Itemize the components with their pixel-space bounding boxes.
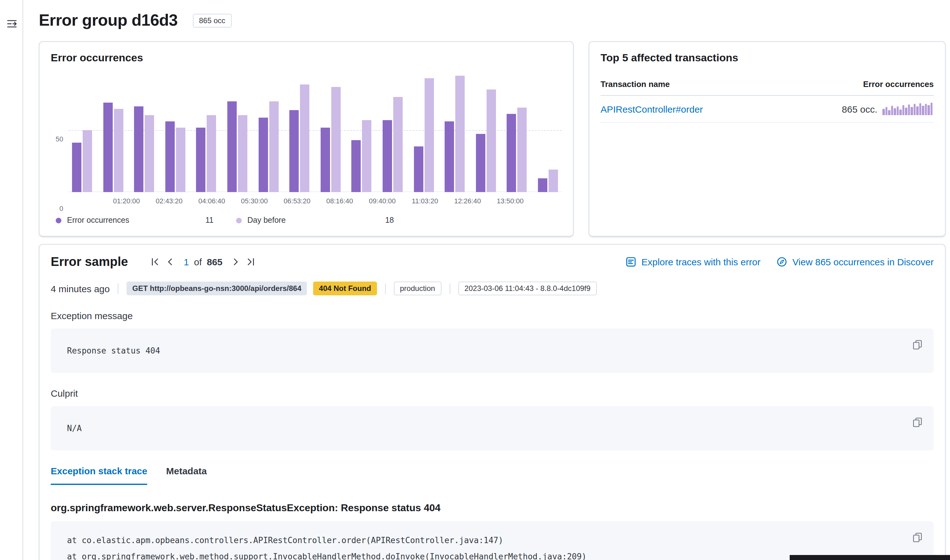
chart-bar [238, 115, 247, 192]
timestamp-relative: 4 minutes ago [51, 283, 109, 294]
x-axis-tick-label: 12:26:40 [454, 197, 481, 205]
chart-bar-pair[interactable] [258, 68, 278, 192]
legend-item[interactable]: Error occurrences11 [56, 216, 214, 225]
chart-bar [72, 143, 82, 192]
chart-bar-pair[interactable] [382, 68, 403, 192]
sparkline-bar [885, 107, 887, 115]
legend-item[interactable]: Day before18 [236, 216, 394, 225]
transactions-table-header: Transaction name Error occurrences [601, 80, 934, 96]
x-axis-tick-label: 09:40:00 [369, 197, 396, 205]
chart-bar [507, 114, 516, 192]
sparkline-bar [888, 110, 890, 115]
nav-expand-icon [6, 18, 17, 29]
chart-bar-pair[interactable] [165, 68, 185, 192]
occurrence-count-badge: 865 occ [193, 14, 231, 28]
first-page-button[interactable] [150, 256, 161, 268]
tab-metadata[interactable]: Metadata [166, 466, 207, 485]
chart-bar [393, 97, 403, 192]
version-badge: 2023-03-06 11:04:43 - 8.8.0-4dc109f9 [458, 282, 597, 295]
next-page-button[interactable] [230, 256, 242, 268]
previous-page-button[interactable] [164, 256, 176, 268]
legend-dot [56, 217, 62, 223]
main-content: Error group d16d3 865 occ Error occurren… [24, 0, 950, 560]
divider [118, 283, 118, 294]
chart-bar [227, 102, 237, 192]
chart-bar [176, 128, 185, 192]
copy-button[interactable] [911, 338, 924, 353]
view-in-discover-label: View 865 occurrences in Discover [793, 257, 934, 267]
chart-bar-pair[interactable] [352, 68, 372, 192]
page-of-label: of [194, 257, 202, 267]
copy-button[interactable] [911, 531, 924, 546]
explore-traces-link[interactable]: Explore traces with this error [626, 257, 760, 267]
culprit-label: Culprit [51, 388, 934, 398]
last-page-button[interactable] [245, 256, 257, 268]
divider [385, 283, 386, 294]
screenshot-bottom-strip [790, 555, 950, 560]
chart-legend: Error occurrences11Day before18 [51, 216, 562, 225]
chart-bar-pair[interactable] [72, 68, 92, 192]
x-axis-tick-label: 06:53:20 [284, 197, 311, 205]
last-page-icon [247, 257, 256, 266]
error-occurrences-panel: Error occurrences 50 0 01:20:0002:43:200… [39, 41, 574, 237]
transactions-title: Top 5 affected transactions [601, 52, 934, 65]
chart-bar [134, 107, 143, 192]
chart-bar [413, 146, 423, 192]
x-axis-tick-label: 04:06:40 [198, 197, 225, 205]
explore-traces-label: Explore traces with this error [642, 257, 760, 267]
copy-icon [912, 340, 922, 350]
chart-bar-pair[interactable] [445, 68, 465, 192]
column-error-occurrences[interactable]: Error occurrences [863, 80, 934, 89]
x-axis-tick-label: 01:20:00 [113, 197, 140, 205]
view-in-discover-link[interactable]: View 865 occurrences in Discover [777, 257, 934, 267]
y-axis: 50 0 [51, 68, 68, 209]
chart-bar [331, 87, 341, 192]
chart-bar [258, 118, 268, 192]
chart-bar-pair[interactable] [538, 68, 558, 192]
transaction-link[interactable]: APIRestController#order [601, 103, 703, 114]
environment-badge: production [393, 282, 441, 295]
transaction-row: APIRestController#order 865 occ. [601, 96, 934, 123]
chart-bar [114, 109, 123, 192]
occurrences-sparkline [882, 103, 934, 115]
chart-bar [207, 115, 216, 192]
top-panels-row: Error occurrences 50 0 01:20:0002:43:200… [39, 41, 945, 237]
chart-bars [68, 68, 562, 192]
chart-bar [83, 130, 92, 192]
request-badge: GET http://opbeans-go-nsn:3000/api/order… [126, 282, 307, 295]
legend-label: Day before [247, 216, 385, 225]
tab-exception-stack-trace[interactable]: Exception stack trace [51, 466, 148, 485]
chart-bar-pair[interactable] [289, 68, 309, 192]
chart-bar [549, 170, 558, 192]
x-axis-tick-label: 08:16:40 [326, 197, 353, 205]
chart-bar [300, 85, 309, 192]
error-occurrences-chart[interactable]: 50 0 01:20:0002:43:2004:06:4005:30:0006:… [51, 68, 562, 209]
chart-bar-pair[interactable] [134, 68, 154, 192]
sparkline-bar [911, 107, 913, 115]
sparkline-bar [922, 106, 924, 115]
first-page-icon [151, 257, 160, 266]
chart-bar-pair[interactable] [321, 68, 341, 192]
exception-message-block: Response status 404 [51, 329, 934, 373]
sparkline-bar [899, 109, 901, 115]
error-sample-header: Error sample 1 of 865 [51, 255, 934, 269]
sparkline-bar [913, 104, 916, 115]
chart-bar-pair[interactable] [227, 68, 247, 192]
chart-plot-area [68, 68, 562, 192]
chart-bar [362, 120, 372, 192]
page-title: Error group d16d3 [39, 10, 177, 30]
chart-bar-pair[interactable] [476, 68, 496, 192]
chart-bar-pair[interactable] [196, 68, 216, 192]
copy-button[interactable] [911, 416, 924, 431]
chart-bar-pair[interactable] [413, 68, 434, 192]
chart-bar-pair[interactable] [507, 68, 527, 192]
chevron-right-icon [231, 257, 241, 266]
x-axis: 01:20:0002:43:2004:06:4005:30:0006:53:20… [68, 196, 562, 209]
nav-expand-button[interactable] [5, 16, 19, 31]
chart-bar-pair[interactable] [103, 68, 123, 192]
chart-bar [445, 122, 454, 192]
sparkline-bar [919, 103, 921, 115]
chart-bar [103, 103, 113, 192]
occurrence-count: 865 occ. [842, 103, 878, 114]
column-transaction-name[interactable]: Transaction name [601, 80, 670, 89]
